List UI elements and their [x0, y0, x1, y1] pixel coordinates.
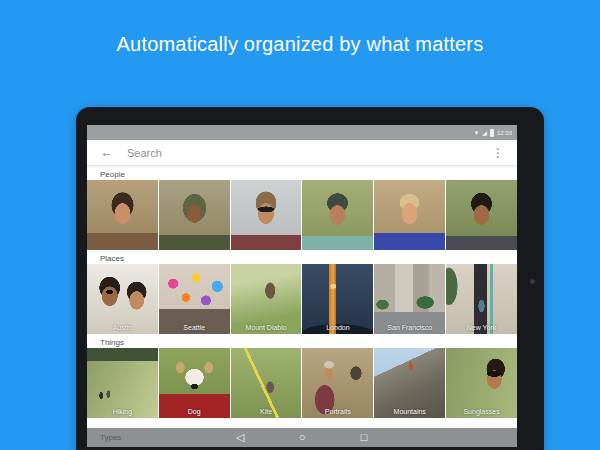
search-bar[interactable]: ← Search ⋮: [87, 140, 517, 166]
signal-icon: ◢: [482, 129, 487, 136]
place-tile-mount-diablo[interactable]: Mount Diablo: [231, 264, 302, 334]
status-time: 12:30: [497, 130, 512, 136]
promo-headline: Automatically organized by what matters: [0, 33, 600, 56]
tablet-device: ▼ ◢ 12:30 ← Search ⋮ People Places Austi…: [76, 107, 544, 450]
things-row: Hiking Dog Kite Portraits Mountains Sung…: [87, 348, 517, 418]
nav-home-icon[interactable]: ○: [295, 428, 309, 447]
thing-label: Sunglasses: [446, 408, 517, 415]
tablet-screen: ▼ ◢ 12:30 ← Search ⋮ People Places Austi…: [87, 125, 517, 447]
search-input[interactable]: Search: [127, 147, 492, 159]
places-row: Austin Seattle Mount Diablo London San F…: [87, 264, 517, 334]
people-row: [87, 180, 517, 250]
thing-tile-portraits[interactable]: Portraits: [302, 348, 373, 418]
thing-label: Kite: [231, 408, 302, 415]
thing-tile-kite[interactable]: Kite: [231, 348, 302, 418]
thing-label: Dog: [159, 408, 230, 415]
thing-label: Portraits: [302, 408, 373, 415]
thing-tile-sunglasses[interactable]: Sunglasses: [446, 348, 517, 418]
overflow-menu-icon[interactable]: ⋮: [492, 146, 504, 160]
people-tile[interactable]: [87, 180, 158, 250]
place-label: San Francisco: [374, 324, 445, 331]
place-label: Seattle: [159, 324, 230, 331]
wifi-icon: ▼: [473, 130, 479, 136]
place-label: New York: [446, 324, 517, 331]
place-label: Mount Diablo: [231, 324, 302, 331]
people-tile[interactable]: [159, 180, 230, 250]
people-tile[interactable]: [302, 180, 373, 250]
people-tile[interactable]: [231, 180, 302, 250]
place-tile-san-francisco[interactable]: San Francisco: [374, 264, 445, 334]
section-header-people: People: [87, 166, 517, 180]
section-header-types: Types: [100, 433, 121, 442]
thing-tile-hiking[interactable]: Hiking: [87, 348, 158, 418]
status-bar: ▼ ◢ 12:30: [87, 125, 517, 140]
place-tile-austin[interactable]: Austin: [87, 264, 158, 334]
thing-label: Hiking: [87, 408, 158, 415]
people-tile[interactable]: [374, 180, 445, 250]
place-tile-london[interactable]: London: [302, 264, 373, 334]
people-tile[interactable]: [446, 180, 517, 250]
nav-back-icon[interactable]: ◁: [233, 428, 247, 447]
place-tile-seattle[interactable]: Seattle: [159, 264, 230, 334]
place-label: London: [302, 324, 373, 331]
thing-label: Mountains: [374, 408, 445, 415]
place-label: Austin: [87, 324, 158, 331]
section-header-things: Things: [87, 334, 517, 348]
place-tile-new-york[interactable]: New York: [446, 264, 517, 334]
thing-tile-dog[interactable]: Dog: [159, 348, 230, 418]
section-header-places: Places: [87, 250, 517, 264]
back-arrow-icon[interactable]: ←: [100, 145, 113, 160]
battery-icon: [490, 129, 494, 137]
thing-tile-mountains[interactable]: Mountains: [374, 348, 445, 418]
nav-recents-icon[interactable]: □: [357, 428, 371, 447]
front-camera: [530, 279, 535, 284]
android-nav-bar: Types ◁ ○ □: [87, 428, 517, 447]
